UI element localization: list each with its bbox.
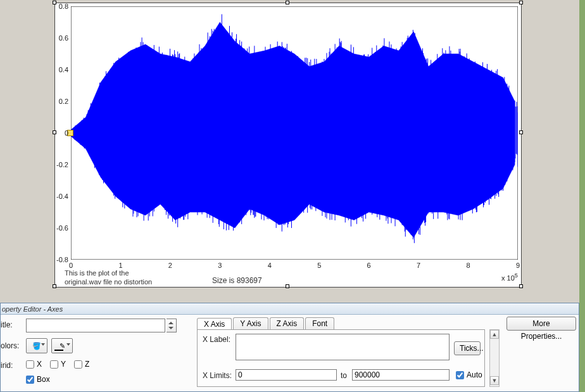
axes[interactable]	[71, 6, 518, 260]
x-tick-label: 3	[213, 262, 226, 269]
tab-z-axis[interactable]: Z Axis	[270, 317, 305, 330]
y-tick-label: 0.6	[51, 34, 68, 42]
scroll-track[interactable]	[490, 339, 499, 376]
y-tick-label: 0.2	[51, 98, 68, 105]
more-properties-button[interactable]: More Properties...	[506, 317, 576, 331]
chevron-up-icon	[168, 322, 173, 324]
colors-label: olors:	[1, 341, 19, 350]
axes-handle-ne[interactable]	[519, 1, 523, 4]
title-label: itle:	[1, 320, 13, 329]
grid-z-checkbox[interactable]: Z	[74, 360, 89, 369]
axes-handle-s[interactable]	[286, 284, 289, 288]
box-label: Box	[37, 375, 50, 384]
grid-label: irid:	[1, 361, 13, 370]
property-editor-scrollbar[interactable]: ▲ ▼	[489, 329, 500, 387]
annotation-line-1: This is the plot of the	[65, 269, 152, 277]
property-editor-panel: operty Editor - Axes itle: olors: 🪣 ✎ ir…	[0, 303, 579, 392]
y-tick-label: 0	[51, 129, 68, 137]
scroll-down-arrow-icon[interactable]: ▼	[490, 376, 499, 385]
x-tick-label: 7	[412, 262, 425, 269]
y-tick-label: 0.8	[51, 3, 68, 10]
grid-y-checkbox[interactable]: Y	[50, 360, 66, 369]
waveform-plot	[71, 6, 518, 260]
grid-x-label: X	[37, 360, 42, 369]
xlim-high-input[interactable]	[352, 369, 450, 381]
tab-font[interactable]: Font	[305, 317, 334, 330]
dropdown-arrow-icon	[41, 343, 45, 346]
axis-tabstrip: X Axis Y Axis Z Axis Font	[197, 316, 336, 330]
y-tick-label: 0.4	[51, 66, 68, 73]
axes-title-input[interactable]	[26, 319, 165, 332]
grid-y-label: Y	[61, 360, 66, 369]
annotation-size: Size is 893697	[212, 276, 262, 285]
annotation-line-2: original.wav file no distortion	[65, 277, 152, 286]
annotation-description: This is the plot of the original.wav fil…	[65, 269, 152, 286]
chevron-down-icon	[168, 327, 173, 329]
background-color-button[interactable]: 🪣	[26, 338, 47, 353]
scroll-up-arrow-icon[interactable]: ▲	[490, 330, 499, 339]
ticks-button[interactable]: Ticks...	[454, 341, 481, 355]
tab-x-axis[interactable]: X Axis	[197, 318, 232, 331]
property-editor-titlebar[interactable]: operty Editor - Axes	[1, 303, 579, 315]
figure-pane: -0.8-0.6-0.4-0.200.20.40.60.8 x 105 0123…	[0, 0, 585, 303]
title-dropdown-button[interactable]	[167, 319, 177, 332]
x-exp-base: x 10	[501, 274, 515, 282]
grid-z-label: Z	[85, 360, 89, 369]
property-editor-title: operty Editor - Axes	[1, 305, 63, 313]
window-edge-strip	[579, 0, 585, 392]
xlabel-input[interactable]	[236, 334, 450, 360]
xlim-to-label: to	[341, 371, 347, 380]
axes-handle-e[interactable]	[519, 130, 523, 134]
x-tick-label: 2	[164, 262, 177, 269]
xlim-auto-checkbox[interactable]: Auto	[456, 370, 482, 379]
x-tick-label: 6	[363, 262, 375, 269]
axes-handle-n[interactable]	[286, 1, 289, 4]
xlimits-label: X Limits:	[203, 371, 232, 380]
xlim-low-input[interactable]	[236, 369, 337, 381]
property-editor-body: itle: olors: 🪣 ✎ irid: X Y Z Box X Axis …	[1, 315, 579, 392]
pencil-icon: ✎	[60, 342, 65, 350]
xlabel-label: X Label:	[203, 335, 230, 344]
y-tick-label: -0.2	[51, 161, 68, 168]
x-tick-label: 4	[263, 262, 276, 269]
y-tick-label: -0.6	[51, 224, 68, 232]
paint-bucket-icon: 🪣	[32, 342, 41, 350]
x-tick-label: 9	[512, 262, 524, 269]
dropdown-arrow-icon	[66, 343, 70, 346]
axes-handle-se[interactable]	[519, 284, 523, 288]
auto-label: Auto	[467, 370, 482, 379]
tab-y-axis[interactable]: Y Axis	[233, 317, 268, 330]
grid-x-checkbox[interactable]: X	[26, 360, 42, 369]
y-tick-label: -0.4	[51, 193, 68, 200]
color-underline	[54, 350, 63, 351]
x-axis-tab-page: X Label: Ticks... X Limits: to Auto	[197, 329, 485, 387]
x-tick-label: 8	[462, 262, 475, 269]
axes-handle-sw[interactable]	[53, 284, 56, 288]
foreground-color-button[interactable]: ✎	[51, 338, 73, 353]
box-checkbox[interactable]: Box	[26, 375, 50, 384]
x-tick-label: 5	[313, 262, 325, 269]
x-axis-exponent: x 105	[501, 272, 518, 282]
x-exp-sup: 5	[515, 272, 518, 279]
